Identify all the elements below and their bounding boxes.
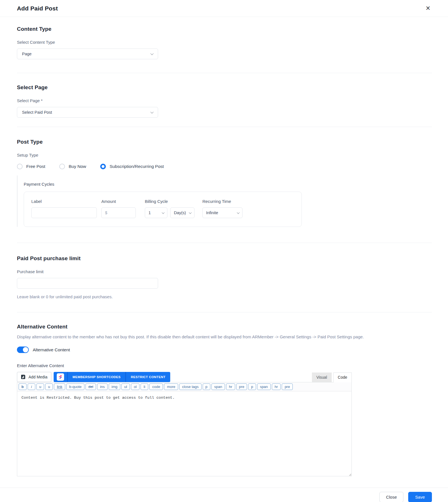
alternative-content-description: Display alternative content to the membe… bbox=[17, 334, 432, 339]
armember-icon bbox=[57, 373, 64, 381]
quicktag-bold-button[interactable]: b bbox=[19, 383, 27, 390]
quicktag-li-button[interactable]: li bbox=[141, 383, 148, 390]
radio-option-subscription-recurring[interactable]: Subscription/Recurring Post bbox=[100, 164, 164, 169]
quicktag-span-button[interactable]: span bbox=[211, 383, 225, 390]
post-type-heading: Post Type bbox=[17, 139, 432, 145]
section-divider bbox=[17, 243, 432, 243]
radio-icon bbox=[100, 164, 106, 169]
alternative-content-editor: Add Media MEMBERSHIP SHORTCODES RESTRICT… bbox=[17, 372, 352, 476]
quicktag-ul-button[interactable]: ul bbox=[121, 383, 130, 390]
tab-code[interactable]: Code bbox=[333, 372, 352, 382]
billing-cycle-count-select[interactable]: 1 bbox=[145, 207, 167, 218]
payment-cycles-group: Payment Cycles Label Amount Billing Cycl… bbox=[17, 176, 432, 227]
cycle-amount-input[interactable] bbox=[101, 207, 136, 218]
cycle-label-input[interactable] bbox=[31, 207, 97, 218]
purchase-limit-label: Purchase limit bbox=[17, 269, 432, 274]
select-page-selected-value: Select Paid Post bbox=[22, 110, 52, 115]
radio-icon bbox=[17, 164, 23, 169]
quicktag-pre-button[interactable]: pre bbox=[282, 383, 293, 390]
quicktag-italic-button[interactable]: i bbox=[28, 383, 35, 390]
payment-cycles-input-row: 1 Day(s) Infinite bbox=[31, 207, 294, 218]
radio-icon bbox=[59, 164, 65, 169]
recurring-time-value: Infinite bbox=[206, 211, 218, 215]
save-button[interactable]: Save bbox=[408, 492, 432, 502]
quicktag-u-button[interactable]: u bbox=[45, 383, 53, 390]
quicktag-p-button[interactable]: p bbox=[248, 383, 256, 390]
quicktag-ol-button[interactable]: ol bbox=[131, 383, 139, 390]
chevron-down-icon bbox=[237, 211, 240, 214]
payment-cycles-box: Label Amount Billing Cycle Recurring Tim… bbox=[24, 192, 302, 227]
section-divider bbox=[17, 312, 432, 312]
setup-type-label: Setup Type bbox=[17, 153, 432, 157]
modal-header: Add Paid Post × bbox=[0, 0, 448, 17]
column-header-amount: Amount bbox=[101, 199, 136, 204]
quicktag-code-button[interactable]: code bbox=[149, 383, 163, 390]
radio-label: Buy Now bbox=[69, 164, 86, 169]
modal-close-button[interactable]: × bbox=[424, 4, 432, 13]
column-header-billing-cycle: Billing Cycle bbox=[145, 199, 195, 204]
quicktags-toolbar: b i u u link b-quote del ins img ul ol l… bbox=[17, 382, 351, 391]
section-divider bbox=[17, 127, 432, 127]
tab-visual[interactable]: Visual bbox=[312, 372, 332, 382]
quicktag-u-button[interactable]: u bbox=[36, 383, 44, 390]
quicktag-hr-button[interactable]: hr bbox=[272, 383, 281, 390]
close-button[interactable]: Close bbox=[379, 492, 403, 502]
media-icon bbox=[21, 374, 26, 380]
recurring-time-select[interactable]: Infinite bbox=[202, 207, 242, 218]
quicktag-link-button[interactable]: link bbox=[54, 383, 65, 390]
chevron-down-icon bbox=[162, 211, 165, 214]
column-header-label: Label bbox=[31, 199, 97, 204]
restrict-content-button[interactable]: RESTRICT CONTENT bbox=[126, 372, 170, 382]
select-page-label: Select Page * bbox=[17, 98, 432, 103]
add-media-label: Add Media bbox=[29, 375, 47, 379]
membership-shortcodes-button[interactable]: MEMBERSHIP SHORTCODES bbox=[68, 372, 125, 382]
close-icon: × bbox=[426, 4, 430, 12]
purchase-limit-hint: Leave blank or 0 for unlimited paid post… bbox=[17, 294, 432, 299]
add-media-button[interactable]: Add Media bbox=[17, 372, 51, 382]
quicktag-hr-button[interactable]: hr bbox=[226, 383, 235, 390]
section-divider bbox=[17, 73, 432, 73]
toolbar-spacer bbox=[170, 372, 310, 382]
section-select-page: Select Page Select Page * Select Paid Po… bbox=[17, 84, 432, 118]
editor-toolbar: Add Media MEMBERSHIP SHORTCODES RESTRICT… bbox=[17, 372, 352, 382]
alternative-content-toggle-row: Alternative Content bbox=[17, 347, 432, 353]
editor-container: b i u u link b-quote del ins img ul ol l… bbox=[17, 382, 352, 476]
payment-cycles-header-row: Label Amount Billing Cycle Recurring Tim… bbox=[31, 199, 294, 204]
quicktag-del-button[interactable]: del bbox=[86, 383, 96, 390]
modal-footer: Close Save bbox=[0, 488, 448, 502]
quicktag-span-button[interactable]: span bbox=[257, 383, 271, 390]
content-type-select[interactable]: Page bbox=[17, 49, 158, 59]
chevron-down-icon bbox=[150, 110, 154, 113]
section-content-type: Content Type Select Content Type Page bbox=[17, 26, 432, 59]
setup-type-radio-group: Free Post Buy Now Subscription/Recurring… bbox=[17, 164, 432, 169]
quicktag-bquote-button[interactable]: b-quote bbox=[66, 383, 84, 390]
page-title: Add Paid Post bbox=[17, 5, 58, 12]
quicktag-pre-button[interactable]: pre bbox=[236, 383, 247, 390]
section-alternative-content: Alternative Content Display alternative … bbox=[17, 324, 432, 476]
chevron-down-icon bbox=[189, 211, 192, 214]
quicktag-close-tags-button[interactable]: close tags bbox=[179, 383, 202, 390]
select-page-select[interactable]: Select Paid Post bbox=[17, 107, 158, 118]
shortcode-toolbar: MEMBERSHIP SHORTCODES RESTRICT CONTENT bbox=[54, 372, 170, 382]
quicktag-more-button[interactable]: more bbox=[164, 383, 178, 390]
enter-alternative-content-label: Enter Alternative Content bbox=[17, 363, 432, 368]
quicktag-p-button[interactable]: p bbox=[203, 383, 210, 390]
radio-option-buy-now[interactable]: Buy Now bbox=[59, 164, 86, 169]
content-type-heading: Content Type bbox=[17, 26, 432, 32]
quicktag-ins-button[interactable]: ins bbox=[97, 383, 108, 390]
billing-cycle-unit-select[interactable]: Day(s) bbox=[170, 207, 195, 218]
section-post-type: Post Type Setup Type Free Post Buy Now S… bbox=[17, 139, 432, 227]
editor-textarea[interactable]: Content is Restricted. Buy this post to … bbox=[17, 391, 351, 476]
radio-option-free-post[interactable]: Free Post bbox=[17, 164, 45, 169]
purchase-limit-input[interactable] bbox=[17, 278, 158, 289]
quicktag-img-button[interactable]: img bbox=[109, 383, 120, 390]
section-purchase-limit: Paid Post purchase limit Purchase limit … bbox=[17, 255, 432, 299]
alternative-content-toggle[interactable] bbox=[17, 347, 29, 353]
purchase-limit-heading: Paid Post purchase limit bbox=[17, 255, 432, 262]
payment-cycles-label: Payment Cycles bbox=[24, 182, 432, 187]
modal-body: Content Type Select Content Type Page Se… bbox=[0, 17, 448, 476]
toggle-knob-icon bbox=[23, 347, 28, 352]
billing-cycle-count-value: 1 bbox=[148, 211, 151, 215]
content-type-selected-value: Page bbox=[22, 52, 32, 56]
billing-cycle-unit-value: Day(s) bbox=[174, 211, 186, 215]
